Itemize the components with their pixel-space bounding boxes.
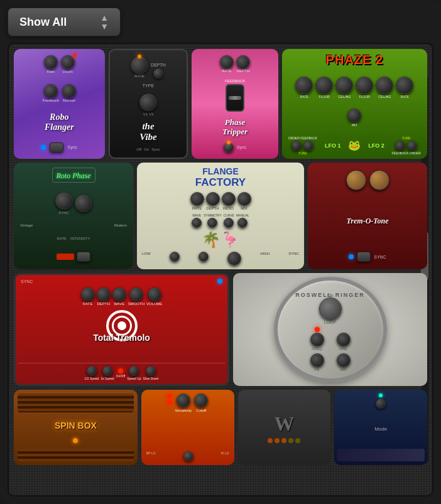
roto-phase-rate-knob[interactable]	[55, 192, 73, 210]
tt-rate-knob[interactable]	[81, 287, 95, 301]
phaze2-ceiling-knob[interactable]	[335, 77, 353, 94]
pedal-row-1: Rate Depth Feedback	[14, 49, 427, 159]
phaze2-rate-knob[interactable]	[295, 77, 313, 94]
orange-sensitivity-knob[interactable]	[177, 394, 190, 407]
phaze2-tune2-knob[interactable]	[407, 141, 417, 151]
roswell-mix-knob[interactable]	[337, 353, 351, 367]
the-vibe-depth-knob[interactable]	[153, 68, 163, 78]
ff-symmetry-knob[interactable]	[207, 218, 217, 228]
pedal-roto-phase[interactable]: Roto Phase SYNC	[14, 163, 133, 269]
tt-volume-knob[interactable]	[148, 287, 161, 301]
trem-o-tone-led	[349, 254, 354, 259]
ff-wave-knob[interactable]	[192, 218, 202, 228]
pedal-orange[interactable]: Sensitivity Cutoff BP LO HI LO	[141, 390, 234, 465]
pedal-w[interactable]: W	[238, 390, 331, 465]
pedal-total-tremolo[interactable]: SYNC RATE DEPTH	[14, 273, 229, 386]
ff-curve-knob[interactable]	[224, 218, 234, 228]
spin-box-louvres-bottom	[18, 449, 134, 461]
robo-flanger-manual-knob[interactable]	[62, 84, 76, 98]
spin-box-louvres	[18, 394, 134, 412]
ff-mix-knob[interactable]	[237, 192, 251, 206]
phaze2-mascot: 🐸	[348, 139, 361, 152]
pedal-roswell-ringer[interactable]: ROSWELL RINGER Lfo LOOP FRE	[233, 273, 427, 386]
phase-tripper-title: PhaseTripper	[222, 118, 248, 136]
spin-box-title: SPIN BOX	[55, 421, 97, 431]
phaze2-floor-knob[interactable]	[315, 77, 333, 94]
flange-factory-subtitle: FACTORY	[139, 176, 302, 189]
spin-box-led	[73, 438, 78, 443]
robo-flanger-feedback-knob[interactable]	[44, 84, 58, 98]
w-led1	[268, 438, 273, 443]
ff-manual-knob[interactable]	[237, 218, 248, 228]
phaze2-floor2-knob[interactable]	[356, 77, 373, 94]
w-pedal-logo: W	[274, 412, 294, 436]
roswell-ringer-title: ROSWELL RINGER	[295, 292, 364, 298]
roto-phase-footswitch[interactable]	[77, 252, 90, 262]
ff-reso-knob[interactable]	[222, 192, 236, 206]
tt-2xspeed-knob[interactable]	[102, 366, 112, 376]
total-tremolo-title: Total Tremolo	[93, 333, 150, 343]
trem-o-tone-title: Trem-O-Tone	[346, 217, 388, 226]
pedal-row-4: SPIN BOX	[14, 390, 427, 465]
w-led5	[295, 438, 300, 443]
phaze2-order-knob[interactable]	[291, 141, 302, 151]
roto-phase-intensity-knob[interactable]	[75, 195, 92, 212]
phaze2-tune-knob[interactable]	[395, 141, 405, 151]
robo-flanger-title: RoboFlanger	[45, 112, 74, 132]
show-all-dropdown[interactable]: Show All ▲▼	[8, 8, 121, 36]
phaze2-ceiling2-knob[interactable]	[376, 77, 393, 94]
trem-o-tone-knob1[interactable]	[346, 170, 366, 190]
tt-wave-knob[interactable]	[112, 287, 126, 301]
trem-o-tone-knob2[interactable]	[369, 170, 389, 190]
pedal-dark-blue[interactable]: Mode	[334, 390, 427, 465]
the-vibe-rate-knob[interactable]	[131, 56, 148, 74]
total-tremolo-led	[217, 279, 222, 284]
robo-flanger-rate-knob[interactable]	[44, 55, 58, 69]
chevron-icon: ▲▼	[100, 13, 109, 31]
tt-depth-knob[interactable]	[97, 287, 111, 301]
tt-smooth-knob[interactable]	[129, 287, 143, 301]
phaze2-lfo2-label: LFO 2	[368, 142, 384, 149]
ff-depth-knob[interactable]	[206, 192, 220, 206]
robo-flanger-depth-knob[interactable]	[61, 55, 75, 69]
trem-o-tone-footswitch[interactable]	[357, 252, 371, 262]
w-led3	[281, 438, 286, 443]
tt-speedup-knob[interactable]	[129, 366, 139, 376]
roswell-lfo-knob[interactable]	[319, 298, 342, 320]
ff-rate-knob[interactable]	[190, 192, 204, 206]
tt-onoff-led	[118, 368, 123, 373]
phase-tripper-rate-knob[interactable]	[220, 55, 234, 69]
dropdown-label: Show All	[19, 16, 67, 29]
roswell-freq-knob[interactable]	[310, 333, 324, 346]
roswell-fine-knob[interactable]	[337, 333, 351, 346]
phaze2-rate2-knob[interactable]	[396, 77, 413, 94]
pedal-phase-tripper[interactable]: RATE DEPTH FEEDBACK Pha	[192, 49, 278, 159]
pedal-trem-o-tone[interactable]: Trem-O-Tone SYNC	[308, 163, 427, 269]
ff-low-knob[interactable]	[170, 252, 180, 262]
ff-sync-knob[interactable]	[227, 252, 241, 265]
pedal-flange-factory[interactable]: FLANGE FACTORY RATE DEPTH	[137, 163, 304, 269]
phaze2-lfo1-label: LFO 1	[325, 142, 341, 149]
pedal-robo-flanger[interactable]: Rate Depth Feedback	[14, 49, 105, 159]
main-container: Show All ▲▼ Rate	[0, 0, 441, 504]
pedal-phaze2[interactable]: PHAZE 2 RATE FLOOR CEILING	[282, 49, 427, 159]
ff-palm-graphic: 🌴🦩	[139, 231, 302, 249]
orange-led1	[167, 394, 172, 399]
phase-tripper-depth-knob[interactable]	[236, 55, 250, 69]
phaze2-mix-knob[interactable]	[347, 109, 361, 122]
tt-halfspeed-knob[interactable]	[87, 366, 97, 376]
roswell-fb-knob[interactable]	[310, 353, 324, 367]
robo-flanger-footswitch[interactable]	[50, 142, 63, 153]
ff-high-knob[interactable]	[199, 252, 209, 262]
orange-cutoff-knob[interactable]	[194, 394, 208, 407]
tt-slowdown-knob[interactable]	[146, 366, 156, 376]
pedal-spin-box[interactable]: SPIN BOX	[14, 390, 138, 465]
phaze2-feedback-knob[interactable]	[303, 141, 313, 151]
phaze2-title: PHAZE 2	[286, 53, 423, 67]
dark-knob[interactable]	[376, 399, 386, 409]
pedal-the-vibe[interactable]: RATE DEPTH TYPE V1 V3	[109, 49, 188, 159]
the-vibe-type-knob[interactable]	[139, 94, 157, 111]
w-led2	[275, 438, 280, 443]
pedal-board: Rate Depth Feedback	[8, 43, 433, 496]
orange-bottom-knob[interactable]	[183, 451, 193, 461]
